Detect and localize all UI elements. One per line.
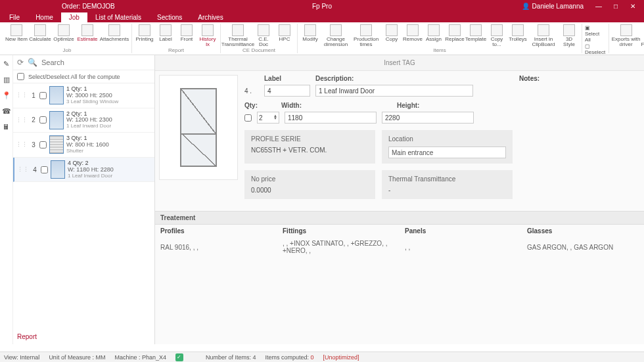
hpc-button[interactable]: HPC	[275, 24, 294, 47]
select-all-button[interactable]: ▣ Select All	[585, 25, 606, 43]
barcode-icon[interactable]: ▥	[2, 75, 11, 84]
location-label: Location	[388, 135, 506, 143]
profile-serie-label: PROFILE SERIE	[251, 135, 369, 143]
front-icon	[181, 24, 193, 36]
remove-icon	[407, 24, 419, 36]
height-input[interactable]	[382, 112, 474, 124]
3dstyle-button[interactable]: 3D Style	[559, 24, 579, 47]
label-field-label: Label	[264, 75, 310, 82]
check-icon: ✓	[175, 353, 183, 361]
treatment-heading: Treatement	[155, 211, 644, 225]
tab-job[interactable]: Job	[61, 12, 87, 22]
status-view: View: Internal	[4, 354, 39, 361]
label-button[interactable]: Label	[156, 24, 175, 47]
treatment-section: Treatement Profiles Fittings Panels Glas…	[155, 211, 644, 257]
select-all-label: Select/Deselect All for the compute	[28, 74, 120, 80]
remove-button[interactable]: Remove	[403, 24, 423, 47]
row-index: 4 .	[244, 87, 259, 95]
report-link[interactable]: Report	[17, 333, 37, 340]
description-input[interactable]	[315, 85, 473, 97]
tab-sections[interactable]: Sections	[149, 12, 190, 22]
change-dimension-button[interactable]: Change dimension	[321, 24, 350, 47]
group-items-label: Items	[433, 47, 446, 53]
items-computed-label: Items computed:	[265, 354, 310, 361]
insert-clipboard-button[interactable]: Insert in ClipBoard	[529, 24, 558, 47]
list-item[interactable]: ⋮⋮ 4 4 Qty: 2 W: 1180 Ht: 2280 1 Leaf In…	[13, 158, 154, 183]
production-times-button[interactable]: Production times	[352, 24, 380, 47]
location-card: Location	[382, 130, 513, 164]
optimize-button[interactable]: Optimize	[53, 24, 75, 47]
cedoc-button[interactable]: C.E. Doc	[254, 24, 273, 47]
group-job-label: Job	[63, 47, 72, 53]
modify-icon	[304, 24, 316, 36]
profile-serie-card: PROFILE SERIE NC65STH + VETR. COM.	[244, 130, 375, 164]
qty-label: Qty:	[244, 102, 263, 109]
window-close-button[interactable]: ✕	[624, 0, 641, 12]
item-thumbnail	[49, 135, 64, 154]
modify-button[interactable]: Modify	[300, 24, 320, 47]
copy-to-button[interactable]: Copy to...	[487, 24, 507, 47]
phone-icon[interactable]: ☎	[2, 106, 11, 116]
attachments-button[interactable]: Attachments	[100, 24, 129, 47]
status-optimized: [Unoptimized]	[323, 354, 359, 361]
status-uom: Unit of Measure : MM	[49, 354, 105, 361]
calculate-button[interactable]: Calculate	[29, 24, 51, 47]
user-name: Daniele Lamanna	[532, 3, 584, 10]
item-index: 4	[32, 166, 38, 173]
location-input[interactable]	[388, 147, 506, 158]
template-icon	[470, 24, 482, 36]
history-button[interactable]: HistoryIx	[198, 24, 218, 47]
send-fpworkshop-button[interactable]: Send to FPWorkshop	[642, 24, 644, 47]
trolleys-button[interactable]: Trolleys	[508, 24, 528, 47]
new-item-button[interactable]: New Item	[5, 24, 28, 47]
tab-archives[interactable]: Archives	[190, 12, 231, 22]
replace-button[interactable]: Replace	[445, 24, 465, 47]
label-icon	[160, 24, 172, 36]
prodtimes-icon	[360, 24, 372, 36]
width-label: Width:	[281, 102, 321, 109]
window-minimize-button[interactable]: —	[590, 0, 607, 12]
cell-panels: , ,	[400, 237, 522, 257]
label-input[interactable]	[264, 85, 310, 97]
select-all-checkbox[interactable]	[17, 73, 24, 80]
item-checkbox[interactable]	[39, 92, 47, 99]
exports-driver-button[interactable]: Exports with driver	[612, 24, 641, 47]
user-menu[interactable]: 👤 Daniele Lamanna	[522, 3, 584, 10]
assign-button[interactable]: Assign	[424, 24, 444, 47]
list-item[interactable]: ⋮⋮ 1 1 Qty: 1 W: 3000 Ht: 2500 3 Leaf Sl…	[13, 83, 154, 108]
front-button[interactable]: Front	[177, 24, 196, 47]
list-item[interactable]: ⋮⋮ 3 3 Qty: 1 W: 800 Ht: 1600 Shutter	[13, 133, 154, 158]
width-input[interactable]	[285, 112, 377, 124]
item-checkbox[interactable]	[41, 166, 48, 173]
qty-stepper[interactable]: 2 ▲▼	[257, 112, 279, 124]
num-items-label: Number of Items:	[206, 354, 251, 361]
refresh-icon[interactable]: ⟳	[17, 58, 24, 67]
table-row: RAL 9016, , , , , +INOX SATINATO, , +GRE…	[155, 237, 644, 257]
tab-materials[interactable]: List of Materials	[87, 12, 149, 22]
replace-icon	[449, 24, 461, 36]
chevron-updown-icon[interactable]: ▲▼	[273, 115, 277, 120]
search-icon[interactable]: 🔍	[28, 58, 37, 67]
history-icon	[202, 24, 214, 36]
item-checkbox[interactable]	[39, 141, 47, 148]
template-button[interactable]: Template	[466, 24, 486, 47]
calculator-icon[interactable]: 🖩	[2, 122, 11, 131]
copy-button[interactable]: Copy	[382, 24, 402, 47]
window-maximize-button[interactable]: □	[607, 0, 624, 12]
clipboard-icon	[538, 24, 549, 36]
profile-serie-value: NC65STH + VETR. COM.	[251, 147, 369, 154]
tab-file[interactable]: File	[1, 12, 28, 22]
location-icon[interactable]: 📍	[2, 91, 11, 100]
list-item[interactable]: ⋮⋮ 2 2 Qty: 1 W: 1200 Ht: 2300 1 Leaf In…	[13, 108, 154, 133]
tab-home[interactable]: Home	[28, 12, 61, 22]
item-checkbox[interactable]	[39, 116, 47, 124]
printing-icon	[139, 24, 150, 36]
calculate-icon	[34, 24, 46, 36]
order-label: Order: DEMOJOB	[62, 3, 115, 10]
qty-checkbox[interactable]	[244, 114, 252, 122]
printing-button[interactable]: Printing	[135, 24, 154, 47]
estimate-button[interactable]: Estimate	[76, 24, 99, 47]
edit-icon[interactable]: ✎	[2, 59, 11, 68]
search-input[interactable]	[41, 58, 150, 66]
thermal-button[interactable]: Thermal Transmittance	[223, 24, 252, 47]
